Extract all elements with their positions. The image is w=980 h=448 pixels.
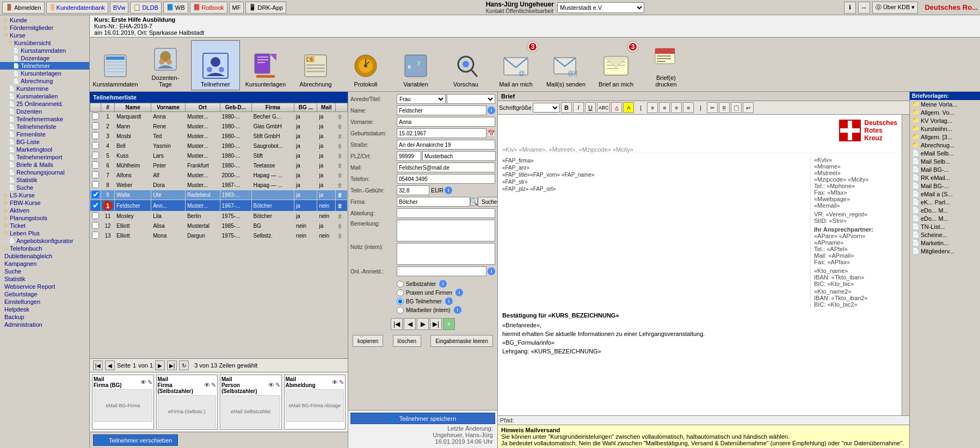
- briefvorlagen-item[interactable]: 📄Marketin...: [910, 239, 980, 247]
- drk-app-button[interactable]: 📱 DRK-App: [245, 2, 286, 14]
- table-row[interactable]: 1 Marquardt Anna Muster... 1980-... Bech…: [90, 112, 348, 122]
- underline-button[interactable]: U: [585, 102, 596, 113]
- col-checkbox[interactable]: [90, 103, 101, 112]
- sidebar-item-helpdesk[interactable]: Helpdesk: [0, 306, 89, 313]
- briefvorlagen-item[interactable]: 📄eDo... M...: [910, 214, 980, 222]
- gebuehr-info-icon[interactable]: i: [445, 186, 452, 194]
- italic-button[interactable]: I: [573, 102, 584, 113]
- bold-button[interactable]: B: [561, 102, 572, 113]
- sidebar-item-kursunterlagen[interactable]: 📄 Kursunterlagen: [0, 70, 89, 77]
- bemerkung-textarea[interactable]: [397, 220, 495, 241]
- toolbar-mail-an-mich[interactable]: 3 @ Mail an mich: [491, 40, 540, 90]
- radio-praxen-input[interactable]: [397, 289, 404, 296]
- geburtsdatum-input[interactable]: [397, 128, 486, 138]
- wb-button[interactable]: 📘 WB: [163, 2, 188, 14]
- row-checkbox[interactable]: [90, 122, 101, 132]
- radio-mitarbeiter[interactable]: Mitarbeiter (intern) i: [397, 306, 495, 314]
- view-icon[interactable]: 👁: [204, 382, 210, 389]
- next-record-button[interactable]: ▶: [417, 318, 429, 330]
- col-mail[interactable]: Mail: [317, 103, 336, 112]
- row-checkbox[interactable]: [90, 112, 101, 122]
- row-checkbox[interactable]: [90, 231, 101, 241]
- toolbar-protokoll[interactable]: Protokoll: [341, 40, 390, 90]
- abc-button[interactable]: ABC: [597, 102, 611, 113]
- sidebar-item-backup[interactable]: Backup: [0, 313, 89, 321]
- col-num[interactable]: #: [101, 103, 115, 112]
- onl-input[interactable]: [397, 266, 486, 276]
- refresh-button[interactable]: ↻: [179, 360, 189, 370]
- first-page-button[interactable]: |◀: [93, 360, 103, 370]
- bvw-button[interactable]: BVw: [110, 2, 129, 14]
- next-page-button[interactable]: ▶: [155, 360, 165, 370]
- align-center[interactable]: ≡: [659, 102, 670, 113]
- row-checkbox[interactable]: [90, 151, 101, 161]
- briefvorlagen-item[interactable]: 📄TN-List...: [910, 222, 980, 231]
- highlight-button[interactable]: A: [623, 102, 634, 113]
- sidebar-item-teilnehmerimport[interactable]: 📄 Teilnehmerimport: [0, 153, 89, 161]
- align-right[interactable]: ≡: [671, 102, 682, 113]
- name-input[interactable]: [397, 105, 486, 115]
- table-row[interactable]: 8 Weber Dora Muster... 1987-... Hapag — …: [90, 181, 348, 190]
- toolbar-kursunterlagen[interactable]: Kursunterlagen: [241, 40, 290, 90]
- view-icon[interactable]: 👁: [140, 379, 146, 386]
- row-delete[interactable]: 🗑: [336, 161, 348, 171]
- sidebar-item-planungstools[interactable]: ▷ Planungstools: [0, 214, 89, 222]
- sidebar-item-kunde[interactable]: ▷ Kunde: [0, 16, 89, 24]
- toolbar-abrechnung[interactable]: € $ Abrechnung: [291, 40, 340, 90]
- row-delete[interactable]: 🗑: [336, 231, 348, 241]
- row-checkbox[interactable]: [90, 161, 101, 171]
- info-button[interactable]: ℹ: [844, 2, 856, 14]
- telefon-input[interactable]: [397, 174, 495, 184]
- row-checkbox[interactable]: [90, 200, 101, 211]
- info-icon[interactable]: i: [488, 107, 495, 114]
- color-a-button[interactable]: A: [611, 102, 622, 113]
- row-checkbox[interactable]: [90, 190, 101, 200]
- table-row[interactable]: 7 Alfons Alf Muster... 2000-... Hapag — …: [90, 171, 348, 181]
- briefvorlagen-item[interactable]: 📁Allgem. Vo...: [910, 108, 980, 116]
- radio-praxen[interactable]: Praxen und Firmen i: [397, 289, 495, 296]
- edit-icon[interactable]: ✎: [147, 379, 152, 386]
- row-delete[interactable]: 🗑: [336, 181, 348, 190]
- abmelden-button[interactable]: 🚪 Abmelden: [2, 2, 45, 14]
- dldb-button[interactable]: 📋 DLDB: [130, 2, 161, 14]
- briefvorlagen-item[interactable]: 📄Mail Selb...: [910, 157, 980, 165]
- table-row[interactable]: 11 Mosley Lila Berlin 1975-... Bötcher j…: [90, 211, 348, 221]
- row-delete[interactable]: 🗑: [336, 122, 348, 132]
- row-delete[interactable]: 🗑: [336, 200, 348, 211]
- sidebar-item-dozenten[interactable]: 📄 Dozenten: [0, 108, 89, 115]
- sidebar-item-rechnungsjournal[interactable]: 📄 Rechnungsjournal: [0, 169, 89, 176]
- edit-icon[interactable]: ✎: [211, 382, 216, 389]
- sidebar-item-suche[interactable]: 📄 Suche: [0, 184, 89, 191]
- briefvorlagen-item[interactable]: 📄eDo... M...: [910, 206, 980, 214]
- font-size-select[interactable]: [533, 103, 560, 113]
- add-record-button[interactable]: +: [443, 318, 455, 330]
- participants-table[interactable]: # Name Vorname Ort Geb-D... Firma BG ...…: [90, 103, 348, 358]
- briefvorlagen-item[interactable]: 📄Mail BG-...: [910, 182, 980, 190]
- row-delete[interactable]: 🗑: [336, 190, 348, 200]
- justify[interactable]: ≡: [683, 102, 694, 113]
- firma-input[interactable]: [397, 197, 470, 207]
- onl-info-icon[interactable]: i: [488, 267, 495, 275]
- sidebar-item-kampagnen[interactable]: Kampagnen: [0, 260, 89, 267]
- briefvorlagen-item[interactable]: 📄Scheine...: [910, 231, 980, 239]
- edit-icon[interactable]: ✎: [275, 382, 280, 389]
- praxen-info[interactable]: i: [455, 289, 463, 296]
- mitarbeiter-info[interactable]: i: [454, 306, 461, 314]
- align-left[interactable]: ≡: [647, 102, 658, 113]
- cut-button[interactable]: ✂: [707, 102, 718, 113]
- toolbar-variablen[interactable]: x y z Variablen: [391, 40, 440, 90]
- toolbar-teilnehmer[interactable]: Teilnehmer: [191, 40, 240, 90]
- briefvorlagen-item[interactable]: 📁Allgem. [3...: [910, 133, 980, 141]
- sidebar-item-foerdermitglieder[interactable]: ▷ Fördermitglieder: [0, 24, 89, 32]
- col-firma[interactable]: Firma: [251, 103, 294, 112]
- table-row[interactable]: 6 Mühlheim Peter Frankfurt 1980-... Teet…: [90, 161, 348, 171]
- kundendatenbank-button[interactable]: 🗄 Kundendatenbank: [46, 2, 108, 14]
- row-checkbox[interactable]: [90, 221, 101, 231]
- sidebar-item-teilnehmermaske[interactable]: 📄 Teilnehmermaske: [0, 115, 89, 123]
- sidebar-item-marketingtool[interactable]: 📄 Marketingtool: [0, 146, 89, 153]
- sidebar-item-briefe-mails[interactable]: 📄 Briefe & Mails: [0, 161, 89, 169]
- firma-search-button[interactable]: Suchen: [478, 197, 498, 207]
- col-name[interactable]: Name: [115, 103, 151, 112]
- anrede-select[interactable]: Frau: [397, 94, 446, 104]
- selbstzahler-info[interactable]: i: [439, 280, 447, 288]
